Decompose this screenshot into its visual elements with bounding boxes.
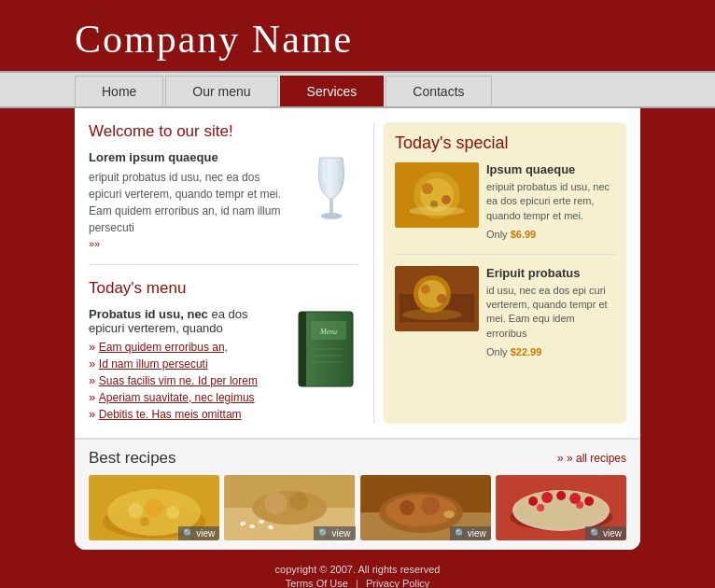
zoom-icon-4: 🔍 (590, 528, 601, 539)
menu-link-3[interactable]: Suas facilis vim ne. Id per lorem (89, 373, 285, 387)
footer-separator: | (356, 578, 361, 588)
left-column: Welcome to our site! Lorem ipsum quaeque… (89, 122, 374, 424)
svg-point-32 (252, 491, 327, 525)
menu-title: Today's menu (89, 279, 359, 298)
welcome-text: Lorem ipsum quaeque eripuit probatus id … (89, 150, 294, 250)
welcome-more-link[interactable]: »» (89, 238, 100, 249)
special-item-1-price-value: $6.99 (511, 229, 537, 240)
svg-point-56 (576, 501, 583, 509)
special-info-1: Ipsum quaeque eripuit probatus id usu, n… (486, 162, 615, 243)
menu-book-icon: Menu (294, 307, 359, 394)
recipe-3-view-label: view (468, 528, 486, 539)
svg-point-27 (145, 498, 163, 517)
svg-point-20 (421, 285, 430, 294)
menu-link-4[interactable]: Aperiam suavitate, nec legimus (89, 390, 285, 404)
svg-point-13 (442, 195, 451, 204)
svg-point-34 (289, 492, 308, 511)
svg-point-19 (418, 280, 446, 308)
svg-point-21 (437, 294, 446, 303)
welcome-body: eripuit probatus id usu, nec ea dos epic… (89, 169, 294, 236)
menu-link-1[interactable]: Eam quidem erroribus an, (89, 340, 285, 354)
menu-intro: Probatus id usu, nec ea dos epicuri vert… (89, 307, 285, 335)
special-title: Today's special (395, 133, 615, 153)
zoom-icon-2: 🔍 (318, 528, 329, 539)
svg-point-52 (556, 491, 566, 500)
logo: Company Name (75, 17, 715, 62)
svg-point-29 (140, 517, 149, 526)
special-image-1 (395, 162, 479, 228)
svg-point-12 (422, 183, 433, 194)
special-item-1-price: Only $6.99 (486, 228, 615, 242)
nav-item-our-menu[interactable]: Our menu (165, 76, 277, 106)
main-content: Welcome to our site! Lorem ipsum quaeque… (75, 108, 640, 550)
recipes-grid: 🔍 view 🔍 (89, 475, 626, 540)
special-item-2-price-value: $22.99 (511, 346, 542, 357)
recipe-2-view-label: view (331, 528, 350, 539)
navigation: Home Our menu Services Contacts (0, 71, 715, 108)
svg-point-22 (402, 309, 462, 320)
recipe-item-2[interactable]: 🔍 view (224, 475, 355, 540)
recipe-2-overlay: 🔍 view (314, 526, 355, 540)
svg-point-28 (166, 506, 179, 519)
best-recipes-section: Best recipes » all recipes 🔍 view (75, 438, 640, 550)
svg-rect-0 (329, 199, 332, 216)
recipe-item-1[interactable]: 🔍 view (89, 475, 219, 540)
menu-link-2[interactable]: Id nam illum persecuti (89, 357, 285, 371)
footer: copyright © 2007. All rights reserved Te… (0, 550, 715, 588)
recipe-1-view-label: view (196, 528, 215, 539)
special-item-1-text: eripuit probatus id usu, nec ea dos epic… (486, 180, 615, 223)
welcome-title: Welcome to our site! (89, 122, 359, 141)
svg-point-43 (400, 500, 414, 515)
special-image-2 (395, 266, 479, 331)
recipe-1-overlay: 🔍 view (178, 526, 219, 540)
special-item-1-title: Ipsum quaeque (486, 162, 615, 176)
recipe-3-overlay: 🔍 view (450, 526, 491, 540)
nav-item-services[interactable]: Services (280, 76, 385, 106)
nav-item-contacts[interactable]: Contacts (386, 76, 491, 106)
all-recipes-link[interactable]: » all recipes (557, 452, 626, 465)
special-item-2: Eripuit probatus id usu, nec ea dos epi … (395, 266, 615, 371)
copyright-text: copyright © 2007. All rights reserved (14, 564, 701, 575)
recipes-title: Best recipes (89, 449, 176, 468)
svg-point-54 (584, 497, 594, 506)
recipes-header: Best recipes » all recipes (89, 449, 626, 468)
svg-rect-3 (299, 312, 306, 386)
menu-text: Probatus id usu, nec ea dos epicuri vert… (89, 307, 285, 424)
svg-point-45 (443, 511, 455, 518)
recipe-item-3[interactable]: 🔍 view (360, 475, 491, 540)
right-column: Today's special Ipsum (384, 122, 626, 424)
recipe-4-view-label: view (603, 528, 622, 539)
zoom-icon-1: 🔍 (183, 528, 194, 539)
header: Company Name (0, 0, 715, 71)
wine-glass-icon (303, 150, 359, 228)
menu-section: Today's menu Probatus id usu, nec ea dos… (89, 265, 359, 424)
special-item-2-text: id usu, nec ea dos epi curi verterem, qu… (486, 284, 615, 342)
svg-point-33 (264, 492, 287, 514)
zoom-icon-3: 🔍 (455, 528, 466, 539)
svg-point-26 (128, 503, 143, 518)
special-item-1: Ipsum quaeque eripuit probatus id usu, n… (395, 162, 615, 255)
svg-point-1 (321, 213, 342, 218)
privacy-link[interactable]: Privacy Policy (366, 578, 429, 588)
recipe-item-4[interactable]: 🔍 view (496, 475, 626, 540)
svg-point-44 (421, 497, 440, 515)
svg-point-55 (537, 504, 544, 511)
footer-links: Terms Of Use | Privacy Policy (14, 578, 701, 588)
special-info-2: Eripuit probatus id usu, nec ea dos epi … (486, 266, 615, 360)
menu-content: Probatus id usu, nec ea dos epicuri vert… (89, 307, 359, 424)
svg-point-50 (528, 497, 538, 506)
nav-item-home[interactable]: Home (75, 76, 163, 106)
recipe-4-overlay: 🔍 view (585, 526, 626, 540)
svg-point-51 (541, 492, 553, 503)
terms-link[interactable]: Terms Of Use (286, 578, 348, 588)
content-wrapper: Welcome to our site! Lorem ipsum quaeque… (75, 108, 640, 438)
svg-text:Menu: Menu (319, 328, 337, 336)
welcome-subtitle: Lorem ipsum quaeque (89, 150, 294, 164)
menu-link-5[interactable]: Debitis te. Has meis omittam (89, 407, 285, 421)
special-item-2-price: Only $22.99 (486, 345, 615, 359)
menu-links-list: Eam quidem erroribus an, Id nam illum pe… (89, 340, 285, 421)
welcome-section: Lorem ipsum quaeque eripuit probatus id … (89, 150, 359, 265)
svg-point-42 (386, 495, 456, 526)
svg-point-15 (409, 206, 465, 216)
special-item-2-title: Eripuit probatus (486, 266, 615, 280)
